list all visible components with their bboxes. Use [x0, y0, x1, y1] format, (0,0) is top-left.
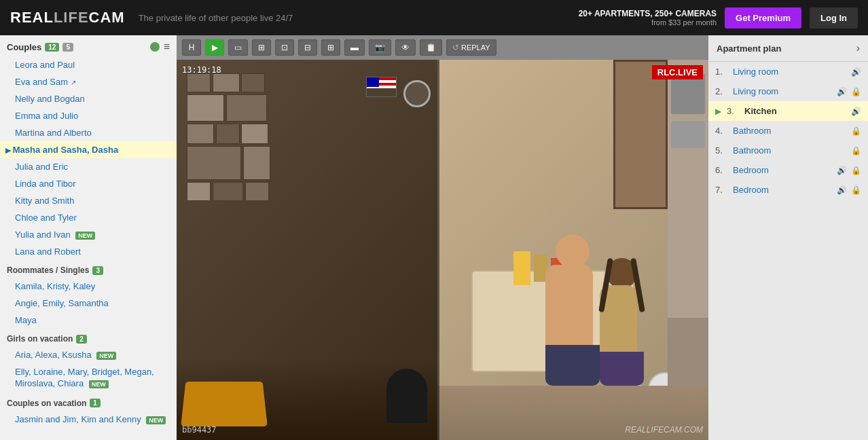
room-name-1: Living room [733, 67, 847, 77]
sidebar-item-julia-eric[interactable]: Julia and Eric [0, 158, 177, 175]
lock-icon-4: 🔒 [851, 126, 861, 136]
toolbar-play-button[interactable]: ▶ [205, 39, 224, 56]
sound-icon-6: 🔊 [837, 166, 847, 175]
logo-life: LIFE [54, 9, 89, 26]
sidebar-item-jasmin[interactable]: Jasmin and Jim, Kim and Kenny NEW [0, 411, 177, 428]
sidebar-item-eva-sam[interactable]: Eva and Sam ↗ [0, 73, 177, 90]
couples-section-header: Couples 12 5 ≡ [0, 35, 177, 56]
sidebar-item-maya[interactable]: Maya [0, 312, 177, 329]
panel-divider [437, 60, 439, 440]
sidebar-item-kitty-smith[interactable]: Kitty and Smith [0, 192, 177, 209]
room-num-6: 6. [715, 165, 729, 175]
apartment-plan-panel: Apartment plan › 1. Living room 🔊 2. Liv… [708, 35, 868, 440]
tagline: The private life of other people live 24… [139, 13, 293, 23]
room-item-3[interactable]: ▶ 3. Kitchen 🔊 [708, 101, 868, 121]
sidebar-item-linda-tibor[interactable]: Linda and Tibor [0, 175, 177, 192]
lock-icon-7: 🔒 [851, 185, 861, 195]
couples-label: Couples [7, 42, 41, 52]
camera-id: bb94437 [182, 425, 217, 435]
roommates-label: Roommates / Singles [7, 265, 89, 275]
bed [181, 382, 268, 426]
room-item-6[interactable]: 6. Bedroom 🔊 🔒 [708, 160, 868, 180]
collapse-button[interactable]: › [856, 42, 860, 54]
sound-icon-7: 🔊 [837, 185, 847, 195]
vacation-couples-list: Jasmin and Jim, Kim and Kenny NEW [0, 411, 177, 428]
toolbar-replay-button[interactable]: ↺ REPLAY [446, 39, 496, 56]
room-name-2: Living room [733, 86, 833, 96]
toolbar-cam-button[interactable]: 📷 [369, 39, 391, 56]
wall-art [187, 73, 289, 230]
sidebar-item-martina-alberto[interactable]: Martina and Alberto [0, 124, 177, 141]
toolbar-eye-button[interactable]: 👁 [395, 39, 416, 56]
apartments-info: 20+ APARTMENTS, 250+ CAMERAS from $33 pe… [579, 9, 717, 26]
left-panel [177, 60, 437, 440]
vacation-girls-section-header: Girls on vacation 2 [0, 329, 177, 346]
replay-label: REPLAY [461, 43, 490, 52]
room-item-4[interactable]: 4. Bathroom 🔒 [708, 121, 868, 141]
room-num-7: 7. [715, 185, 729, 195]
vacation-couples-label: Couples on vacation [7, 399, 86, 408]
sidebar-controls: ≡ [150, 41, 170, 53]
sidebar: Couples 12 5 ≡ Leora and Paul Eva and Sa… [0, 35, 177, 440]
get-premium-button[interactable]: Get Premium [725, 7, 801, 29]
sidebar-item-leora-paul[interactable]: Leora and Paul [0, 56, 177, 73]
toolbar-layout4-button[interactable]: ⊟ [298, 39, 317, 56]
flag [366, 77, 397, 97]
toolbar-layout5-button[interactable]: ⊞ [321, 39, 340, 56]
right-panel-video [437, 60, 708, 440]
sidebar-item-aria[interactable]: Aria, Alexa, Ksusha NEW [0, 346, 177, 363]
room-item-2[interactable]: 2. Living room 🔊 🔒 [708, 81, 868, 101]
room-name-4: Bathroom [733, 126, 847, 136]
replay-icon: ↺ [452, 43, 459, 52]
rooms-list: 1. Living room 🔊 2. Living room 🔊 🔒 ▶ 3.… [708, 62, 868, 200]
room-item-7[interactable]: 7. Bedroom 🔊 🔒 [708, 180, 868, 200]
sidebar-item-elly[interactable]: Elly, Loraine, Mary, Bridget, Megan, Mir… [0, 363, 177, 393]
right-wall [668, 60, 708, 440]
video-container: 13:19:18 RLC.LIVE bb94437 REALLIFECAM.CO… [177, 60, 708, 440]
logo-real: REAL [10, 9, 54, 26]
person-male [545, 234, 600, 386]
lock-icon-6: 🔒 [851, 166, 861, 175]
login-button[interactable]: Log In [810, 7, 858, 29]
couples-online-count: 12 [45, 43, 59, 52]
main-layout: Couples 12 5 ≡ Leora and Paul Eva and Sa… [0, 35, 868, 440]
room-item-5[interactable]: 5. Bathroom 🔒 [708, 141, 868, 160]
header: REAL LIFE CAM The private life of other … [0, 0, 868, 35]
menu-icon[interactable]: ≡ [164, 41, 170, 53]
sidebar-item-lana-robert[interactable]: Lana and Robert [0, 243, 177, 260]
vacation-girls-label: Girls on vacation [7, 334, 73, 344]
vacation-couples-count: 1 [90, 399, 101, 407]
sidebar-item-chloe-tyler[interactable]: Chloe and Tyler [0, 209, 177, 226]
live-badge: RLC.LIVE [652, 65, 703, 79]
sound-icon-3: 🔊 [851, 107, 861, 116]
video-scene: 13:19:18 RLC.LIVE bb94437 REALLIFECAM.CO… [177, 60, 708, 440]
sidebar-item-nelly-bogdan[interactable]: Nelly and Bogdan [0, 90, 177, 107]
room-num-3: 3. [727, 106, 740, 116]
lock-icon-2: 🔒 [851, 87, 861, 96]
toolbar-layout2-button[interactable]: ⊞ [252, 39, 271, 56]
apartments-subtitle: from $33 per month [579, 18, 717, 26]
room-num-2: 2. [715, 86, 729, 96]
toolbar-layout1-button[interactable]: ▭ [228, 39, 248, 56]
toolbar-layout3-button[interactable]: ⊡ [275, 39, 294, 56]
sidebar-item-angie[interactable]: Angie, Emily, Samantha [0, 295, 177, 312]
video-timestamp: 13:19:18 [182, 65, 221, 75]
toolbar-h-button[interactable]: H [182, 39, 201, 56]
logo: REAL LIFE CAM [10, 9, 125, 26]
video-display: 13:19:18 RLC.LIVE bb94437 REALLIFECAM.CO… [177, 60, 708, 440]
sound-icon-1: 🔊 [851, 67, 861, 77]
sidebar-item-kamila[interactable]: Kamila, Kristy, Kaley [0, 278, 177, 295]
door [613, 60, 668, 209]
sidebar-item-masha-sasha[interactable]: Masha and Sasha, Dasha [0, 141, 177, 158]
roommates-list: Kamila, Kristy, Kaley Angie, Emily, Sama… [0, 278, 177, 329]
person-female [600, 258, 644, 386]
sidebar-item-yulia-ivan[interactable]: Yulia and Ivan NEW [0, 226, 177, 243]
room-item-1[interactable]: 1. Living room 🔊 [708, 62, 868, 81]
sidebar-item-emma-julio[interactable]: Emma and Julio [0, 107, 177, 124]
vacation-girls-list: Aria, Alexa, Ksusha NEW Elly, Loraine, M… [0, 346, 177, 393]
toolbar: H ▶ ▭ ⊞ ⊡ ⊟ ⊞ ▬ 📷 👁 📋 ↺ REPLAY [177, 35, 708, 60]
toolbar-layout6-button[interactable]: ▬ [344, 39, 365, 56]
sound-icon-2: 🔊 [837, 87, 847, 96]
toolbar-info-button[interactable]: 📋 [420, 39, 442, 56]
couples-title: Couples 12 5 [7, 42, 73, 52]
